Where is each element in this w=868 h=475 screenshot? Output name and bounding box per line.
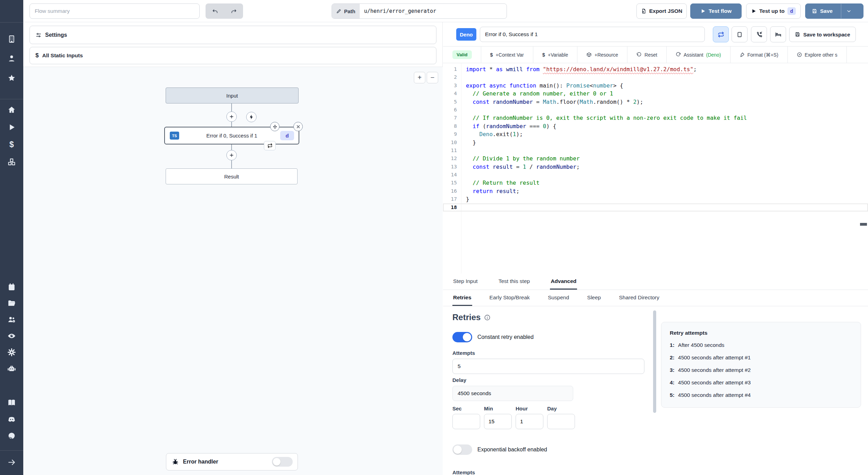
sidebar-home-icon[interactable]: [7, 105, 16, 115]
content-scrollbar-thumb[interactable]: [653, 310, 656, 413]
tab-step-input[interactable]: Step Input: [452, 274, 478, 290]
retry-attempt-item: 5:4500 seconds after attempt #4: [670, 389, 852, 401]
sec-input[interactable]: [452, 414, 480, 429]
sidebar-discord-icon[interactable]: [7, 415, 16, 424]
exponential-backoff-toggle[interactable]: [452, 444, 472, 455]
sidebar-book-icon[interactable]: [7, 398, 16, 407]
phone-incoming-button[interactable]: [751, 26, 767, 42]
flow-node-result[interactable]: Result: [166, 168, 298, 184]
error-handler-toggle[interactable]: [272, 457, 293, 467]
hour-input[interactable]: [516, 414, 543, 429]
tab-test-this-step[interactable]: Test this step: [498, 274, 531, 290]
delay-input[interactable]: [452, 386, 573, 401]
subtab-retries[interactable]: Retries: [452, 290, 472, 306]
insert-step-button[interactable]: [226, 111, 237, 122]
bed-button[interactable]: [770, 26, 786, 42]
canvas-zoom-out-button[interactable]: −: [427, 72, 438, 83]
restart-step-button[interactable]: [264, 141, 276, 150]
error-handler-card[interactable]: Error handler: [166, 453, 298, 470]
redo-button[interactable]: [224, 3, 243, 19]
undo-button[interactable]: [206, 3, 224, 19]
sidebar-gear-icon[interactable]: [7, 348, 16, 357]
code-line-1[interactable]: 1import * as wmill from "https://deno.la…: [443, 65, 868, 73]
sidebar-eye-icon[interactable]: [7, 331, 16, 341]
export-json-button[interactable]: Export JSON: [636, 3, 687, 19]
toolbar-assistant[interactable]: Assistant(Deno): [667, 47, 731, 63]
code-line-5[interactable]: 5 const randomNumber = Math.floor(Math.r…: [443, 98, 868, 106]
sidebar-boxes-icon[interactable]: [7, 157, 16, 167]
flow-settings-button[interactable]: Settings: [30, 26, 436, 44]
attempts-input[interactable]: [452, 359, 644, 374]
toolbar-reset[interactable]: Reset: [627, 47, 667, 63]
constant-retry-toggle[interactable]: [452, 332, 472, 342]
code-line-14[interactable]: 14: [443, 171, 868, 179]
info-icon[interactable]: [484, 314, 491, 321]
save-dropdown-button[interactable]: [841, 4, 856, 18]
all-static-inputs-button[interactable]: $ All Static Inputs: [30, 47, 436, 64]
save-button[interactable]: Save: [806, 4, 838, 18]
toolbar-resource[interactable]: +Resource: [577, 47, 627, 63]
sidebar-user-icon[interactable]: [7, 54, 16, 63]
code-line-10[interactable]: 10 }: [443, 139, 868, 147]
code-line-7[interactable]: 7 // If randomNumber is 0, exit the scri…: [443, 114, 868, 122]
subtab-suspend[interactable]: Suspend: [547, 290, 570, 306]
repeat-button[interactable]: [713, 26, 729, 42]
sidebar-users-gear-icon[interactable]: [7, 315, 16, 324]
sidebar-folder-icon[interactable]: [7, 299, 16, 308]
day-input[interactable]: [547, 414, 575, 429]
code-line-12[interactable]: 12 // Divide 1 by the random number: [443, 155, 868, 162]
subtab-shared-directory[interactable]: Shared Directory: [618, 290, 660, 306]
test-flow-button[interactable]: Test flow: [690, 3, 742, 19]
toolbar-variable[interactable]: $+Variable: [533, 47, 578, 63]
toolbar-explore-other-s[interactable]: Explore other s: [788, 47, 847, 63]
flow-node-step-selected[interactable]: TS Error if 0, Success if 1 d: [164, 127, 299, 144]
code-line-13[interactable]: 13 const result = 1 / randomNumber;: [443, 163, 868, 171]
windmill-logo-icon[interactable]: [6, 4, 17, 16]
code-editor[interactable]: 1import * as wmill from "https://deno.la…: [443, 63, 868, 274]
flow-canvas[interactable]: + − Input TS Error if 0, Success if 1 d …: [23, 67, 443, 475]
code-line-16[interactable]: 16 return result;: [443, 187, 868, 195]
code-line-2[interactable]: 2: [443, 73, 868, 81]
sidebar-robot-icon[interactable]: [7, 364, 16, 373]
sidebar-star-icon[interactable]: [7, 73, 16, 83]
subtab-early-stop-break[interactable]: Early Stop/Break: [489, 290, 531, 306]
line-number: 16: [443, 187, 457, 195]
trigger-button[interactable]: [246, 112, 257, 122]
code-line-17[interactable]: 17}: [443, 195, 868, 203]
flow-node-input[interactable]: Input: [166, 88, 299, 103]
code-line-6[interactable]: 6: [443, 106, 868, 114]
canvas-zoom-in-button[interactable]: +: [414, 72, 425, 83]
code-line-11[interactable]: 11: [443, 147, 868, 155]
test-up-to-button[interactable]: Test up to d: [746, 3, 801, 19]
toolbar-context-var[interactable]: $+Context Var: [481, 47, 533, 63]
tab-advanced[interactable]: Advanced: [550, 274, 577, 290]
save-to-workspace-button[interactable]: Save to workspace: [789, 27, 856, 42]
code-line-15[interactable]: 15 // Return the result: [443, 179, 868, 187]
code-line-8[interactable]: 8 if (randomNumber === 0) {: [443, 122, 868, 130]
code-line-9[interactable]: 9 Deno.exit(1);: [443, 130, 868, 138]
toolbar-format-s[interactable]: Format (⌘+S): [731, 47, 788, 63]
sidebar-play-icon[interactable]: [7, 123, 16, 132]
sidebar-calendar-icon[interactable]: [7, 282, 16, 292]
sidebar-dollar-icon[interactable]: $: [7, 140, 16, 149]
sidebar-github-icon[interactable]: [7, 431, 16, 441]
move-step-button[interactable]: [270, 122, 279, 131]
sidebar-building-icon[interactable]: [7, 34, 16, 44]
insert-step-button[interactable]: [226, 150, 237, 160]
flow-summary-input[interactable]: [30, 3, 200, 19]
square-button[interactable]: [732, 26, 748, 42]
sidebar-arrow-right-icon[interactable]: [7, 458, 16, 467]
toolbar-valid[interactable]: Valid: [443, 47, 481, 63]
attempts-label: Attempts: [452, 350, 475, 356]
code-text: [457, 106, 466, 114]
subtab-sleep[interactable]: Sleep: [586, 290, 602, 306]
code-line-4[interactable]: 4 // Generate a random number, either 0 …: [443, 90, 868, 98]
code-line-18[interactable]: 18: [443, 203, 868, 211]
settings-label: Settings: [45, 32, 67, 38]
code-line-3[interactable]: 3export async function main(): Promise<n…: [443, 82, 868, 90]
editor-scrollbar-thumb[interactable]: [860, 223, 867, 226]
path-field[interactable]: Path u/henri/error_generator: [332, 3, 507, 19]
min-input[interactable]: [484, 414, 512, 429]
step-title-input[interactable]: [480, 27, 705, 42]
delete-step-button[interactable]: [293, 122, 303, 131]
